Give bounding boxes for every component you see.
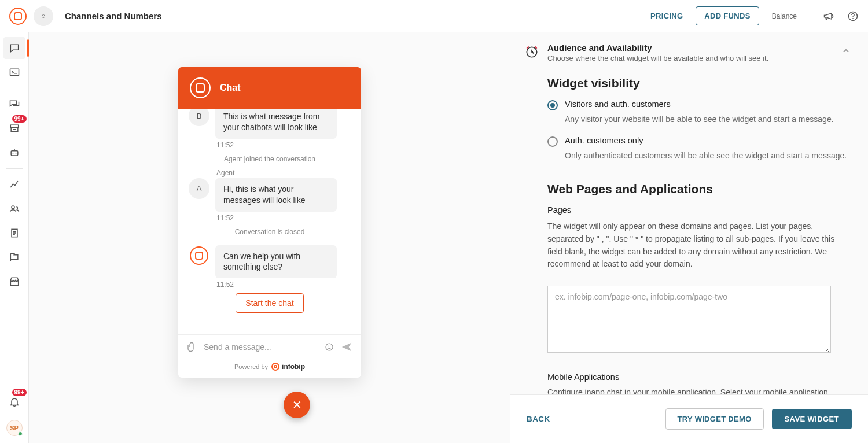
send-icon[interactable] [340, 341, 353, 353]
svg-point-5 [12, 153, 13, 154]
megaphone-icon [823, 10, 834, 22]
sidebar-bottom: 99+ SP [3, 390, 25, 443]
svg-rect-2 [10, 69, 19, 76]
pages-textarea[interactable] [547, 286, 831, 353]
chat-input-row [178, 334, 361, 359]
chat-header: Chat [178, 67, 361, 109]
pricing-link[interactable]: PRICING [650, 12, 683, 20]
main: Chat B This is what message from your ch… [29, 32, 868, 443]
powered-by: Powered by infobip [178, 359, 361, 378]
balance-label: Balance [772, 12, 797, 20]
message-time: 11:52 [216, 214, 351, 222]
message-bubble: This is what message from your chatbots … [215, 109, 337, 139]
divider [6, 168, 23, 169]
start-chat-wrap: Start the chat [189, 293, 351, 313]
option-description: Only authenticated customers will be abl… [565, 150, 851, 162]
add-funds-button[interactable]: ADD FUNDS [696, 6, 759, 25]
chat-dashed-icon [9, 42, 20, 54]
divider [810, 8, 810, 25]
top-bar: Channels and Numbers PRICING ADD FUNDS B… [0, 0, 868, 32]
chevron-up-icon [841, 46, 851, 56]
sidebar-item-terminal[interactable] [3, 61, 25, 83]
radio-selected[interactable] [547, 100, 558, 110]
back-button[interactable]: BACK [527, 415, 550, 423]
expand-menu-button[interactable] [34, 6, 53, 26]
message-avatar: A [189, 178, 209, 199]
people-icon [9, 203, 20, 215]
chat-logo [190, 77, 211, 98]
message-row: A Hi, this is what your messages will lo… [189, 178, 351, 212]
emoji-icon[interactable] [324, 342, 334, 352]
message-avatar: B [189, 109, 209, 126]
chat-input[interactable] [203, 342, 318, 352]
radio-option-visitors[interactable]: Visitors and auth. customers [547, 99, 851, 110]
store-icon [9, 276, 20, 287]
chevron-double-right-icon [41, 13, 46, 19]
widget-visibility-heading: Widget visibility [547, 76, 851, 90]
sender-label: Agent [216, 169, 351, 177]
brand-ring-icon [190, 246, 208, 265]
sidebar-item-inbox[interactable]: 99+ [3, 117, 25, 139]
system-message: Agent joined the conversation [189, 155, 351, 163]
brand-name: infobip [282, 363, 305, 371]
sidebar-item-conversations[interactable] [3, 93, 25, 115]
section-subtitle: Choose where the chat widget will be ava… [547, 54, 768, 62]
svg-point-6 [15, 153, 16, 154]
svg-rect-4 [11, 151, 18, 156]
sidebar-item-people[interactable] [3, 198, 25, 220]
preview-area: Chat B This is what message from your ch… [29, 32, 510, 443]
sidebar-item-store[interactable] [3, 271, 25, 293]
brand-logo[interactable] [9, 8, 27, 25]
sidebar-item-bot[interactable] [3, 142, 25, 164]
clock-icon [524, 44, 539, 59]
chat-widget: Chat B This is what message from your ch… [178, 67, 361, 378]
announce-button[interactable] [823, 10, 834, 22]
message-avatar-brand [189, 245, 209, 266]
attachment-icon[interactable] [186, 342, 197, 352]
radio-unselected[interactable] [547, 136, 558, 147]
close-icon: ✕ [292, 398, 302, 412]
close-widget-fab[interactable]: ✕ [284, 392, 310, 418]
pages-description: The widget will only appear on these dom… [547, 220, 851, 271]
divider [6, 88, 23, 88]
message-time: 11:52 [216, 280, 351, 289]
svg-rect-3 [10, 125, 18, 127]
top-bar-right: PRICING ADD FUNDS Balance [650, 6, 859, 25]
mobile-apps-heading: Mobile Applications [547, 372, 851, 382]
start-chat-button[interactable]: Start the chat [236, 293, 303, 313]
radio-option-auth-only[interactable]: Auth. customers only [547, 136, 851, 147]
svg-point-1 [852, 17, 854, 19]
chat-body[interactable]: B This is what message from your chatbot… [178, 109, 361, 334]
infobip-logo: infobip [271, 363, 305, 371]
avatar-letter: B [197, 112, 202, 120]
try-demo-button[interactable]: TRY WIDGET DEMO [665, 408, 764, 430]
sidebar: 99+ 99+ SP [0, 32, 29, 443]
sidebar-item-docs[interactable] [3, 222, 25, 244]
body: 99+ 99+ SP [0, 32, 868, 443]
sidebar-item-channels[interactable] [3, 37, 25, 59]
chart-line-icon [9, 179, 20, 190]
message-row: Can we help you with something else? [189, 245, 351, 279]
sidebar-item-flag[interactable] [3, 246, 25, 268]
section-header: Audience and Availability Choose where t… [524, 43, 851, 62]
panel-scroll[interactable]: Audience and Availability Choose where t… [510, 32, 868, 394]
sidebar-item-analytics[interactable] [3, 173, 25, 195]
system-message: Conversation is closed [189, 228, 351, 236]
collapse-button[interactable] [841, 46, 851, 56]
chats-icon [9, 98, 20, 110]
config-panel: Audience and Availability Choose where t… [510, 32, 868, 443]
section-title: Audience and Availability [547, 43, 768, 53]
bot-icon [9, 147, 20, 158]
user-avatar[interactable]: SP [6, 420, 23, 436]
save-widget-button[interactable]: SAVE WIDGET [772, 409, 852, 429]
sidebar-item-notifications[interactable]: 99+ [3, 391, 25, 413]
pages-heading: Web Pages and Applications [547, 182, 851, 196]
message-row: B This is what message from your chatbot… [189, 109, 351, 139]
top-bar-left: Channels and Numbers [9, 6, 162, 26]
badge: 99+ [12, 115, 27, 123]
svg-point-11 [330, 346, 331, 347]
bell-icon [9, 396, 20, 408]
bookmark-icon [9, 252, 20, 263]
svg-point-10 [328, 346, 329, 347]
help-button[interactable] [847, 10, 859, 22]
